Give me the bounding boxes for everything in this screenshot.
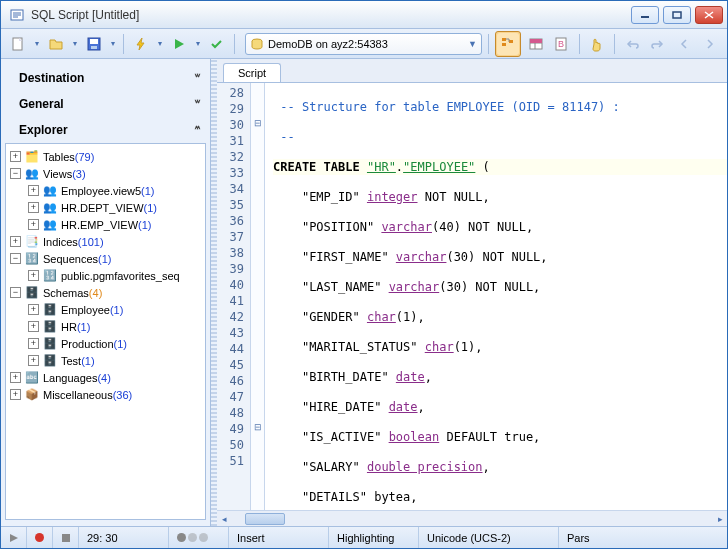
schema-icon: 🗄️ (24, 286, 40, 300)
expand-icon[interactable]: + (28, 321, 39, 332)
tree-item[interactable]: +🗄️Test (1) (8, 352, 203, 369)
new-file-icon[interactable] (7, 33, 29, 55)
expand-icon[interactable]: + (10, 372, 21, 383)
status-play-icon[interactable] (1, 527, 27, 548)
run-icon[interactable] (168, 33, 190, 55)
expand-icon[interactable]: + (28, 270, 39, 281)
tree-node-tables[interactable]: +🗂️Tables (79) (8, 148, 203, 165)
commit-icon[interactable] (206, 33, 228, 55)
chevron-down-icon: ▼ (468, 39, 477, 49)
view-icon: 👥 (42, 184, 58, 198)
tree-node-schemas[interactable]: −🗄️Schemas (4) (8, 284, 203, 301)
statusbar: 29: 30 Insert Highlighting Unicode (UCS-… (1, 526, 727, 548)
hand-icon[interactable] (586, 33, 608, 55)
line-gutter: 2829303132333435363738394041424344454647… (217, 83, 251, 510)
tree-item[interactable]: +👥Employee.view5 (1) (8, 182, 203, 199)
svg-rect-17 (62, 534, 70, 542)
view-icon: 👥 (42, 201, 58, 215)
nav-fwd-icon[interactable] (699, 33, 721, 55)
svg-rect-5 (90, 39, 98, 44)
new-file-dropdown[interactable]: ▾ (33, 39, 41, 48)
tree-node-misc[interactable]: +📦Miscellaneous (36) (8, 386, 203, 403)
save-dropdown[interactable]: ▾ (109, 39, 117, 48)
close-button[interactable] (695, 6, 723, 24)
run-dropdown[interactable]: ▾ (194, 39, 202, 48)
code-editor[interactable]: -- Structure for table EMPLOYEE (OID = 8… (265, 83, 727, 510)
status-pars: Pars (559, 527, 727, 548)
open-file-dropdown[interactable]: ▾ (71, 39, 79, 48)
redo-icon[interactable] (647, 33, 669, 55)
horizontal-scrollbar[interactable]: ◂ ▸ (217, 510, 727, 526)
status-cursor: 29: 30 (79, 527, 169, 548)
save-icon[interactable] (83, 33, 105, 55)
tree-node-indices[interactable]: +📑Indices (101) (8, 233, 203, 250)
expand-icon[interactable]: + (28, 219, 39, 230)
maximize-button[interactable] (663, 6, 691, 24)
svg-rect-6 (91, 46, 97, 49)
results-icon[interactable] (525, 33, 547, 55)
database-combo[interactable]: DemoDB on ayz2:54383 ▼ (245, 33, 482, 55)
tree-node-sequences[interactable]: −🔢Sequences (1) (8, 250, 203, 267)
explain-icon[interactable]: B (551, 33, 573, 55)
collapse-icon[interactable]: − (10, 168, 21, 179)
status-record-icon[interactable] (27, 527, 53, 548)
collapse-icon[interactable]: − (10, 287, 21, 298)
section-general[interactable]: General˅˅ (5, 91, 206, 117)
svg-rect-9 (502, 43, 506, 46)
undo-icon[interactable] (621, 33, 643, 55)
tree-item[interactable]: +🗄️HR (1) (8, 318, 203, 335)
tree-node-languages[interactable]: +🔤Languages (4) (8, 369, 203, 386)
expand-icon[interactable]: + (28, 202, 39, 213)
expand-icon[interactable]: + (28, 338, 39, 349)
status-encoding[interactable]: Unicode (UCS-2) (419, 527, 559, 548)
collapse-icon[interactable]: − (10, 253, 21, 264)
expand-icon[interactable]: + (28, 355, 39, 366)
schema-icon: 🗄️ (42, 320, 58, 334)
tab-script[interactable]: Script (223, 63, 281, 82)
tree-item[interactable]: +👥HR.EMP_VIEW (1) (8, 216, 203, 233)
tree-view-icon[interactable] (497, 33, 519, 55)
minimize-button[interactable] (631, 6, 659, 24)
editor-panel: Script 282930313233343536373839404142434… (217, 59, 727, 526)
language-icon: 🔤 (24, 371, 40, 385)
misc-icon: 📦 (24, 388, 40, 402)
chevron-up-icon: ˄˄ (194, 125, 198, 136)
expand-icon[interactable]: + (10, 389, 21, 400)
status-mode[interactable]: Insert (229, 527, 329, 548)
expand-icon[interactable]: + (10, 236, 21, 247)
chevron-down-icon: ˅˅ (194, 73, 198, 84)
expand-icon[interactable]: + (28, 304, 39, 315)
expand-icon[interactable]: + (10, 151, 21, 162)
svg-rect-14 (530, 39, 542, 43)
sequence-icon: 🔢 (24, 252, 40, 266)
section-explorer[interactable]: Explorer˄˄ (5, 117, 206, 143)
sequence-icon: 🔢 (42, 269, 58, 283)
expand-icon[interactable]: + (28, 185, 39, 196)
tree-node-views[interactable]: −👥Views (3) (8, 165, 203, 182)
svg-rect-8 (502, 38, 506, 41)
tree-item[interactable]: +🗄️Production (1) (8, 335, 203, 352)
scroll-left-icon[interactable]: ◂ (217, 512, 231, 526)
section-destination[interactable]: Destination˅˅ (5, 65, 206, 91)
view-icon: 👥 (42, 218, 58, 232)
lightning-icon[interactable] (130, 33, 152, 55)
scrollbar-thumb[interactable] (245, 513, 285, 525)
open-file-icon[interactable] (45, 33, 67, 55)
views-icon: 👥 (24, 167, 40, 181)
tree-item[interactable]: +👥HR.DEPT_VIEW (1) (8, 199, 203, 216)
left-panel: Destination˅˅ General˅˅ Explorer˄˄ +🗂️Ta… (1, 59, 211, 526)
tree-item[interactable]: +🗄️Employee (1) (8, 301, 203, 318)
tree-item[interactable]: +🔢public.pgmfavorites_seq (8, 267, 203, 284)
lightning-dropdown[interactable]: ▾ (156, 39, 164, 48)
schema-icon: 🗄️ (42, 303, 58, 317)
explorer-tree: +🗂️Tables (79) −👥Views (3) +👥Employee.vi… (5, 143, 206, 520)
database-combo-text: DemoDB on ayz2:54383 (268, 38, 388, 50)
nav-back-icon[interactable] (673, 33, 695, 55)
folder-icon: 🗂️ (24, 150, 40, 164)
database-icon (250, 37, 264, 51)
app-icon (9, 7, 25, 23)
window-title: SQL Script [Untitled] (31, 8, 627, 22)
status-highlight[interactable]: Highlighting (329, 527, 419, 548)
scroll-right-icon[interactable]: ▸ (713, 512, 727, 526)
status-stop-icon[interactable] (53, 527, 79, 548)
